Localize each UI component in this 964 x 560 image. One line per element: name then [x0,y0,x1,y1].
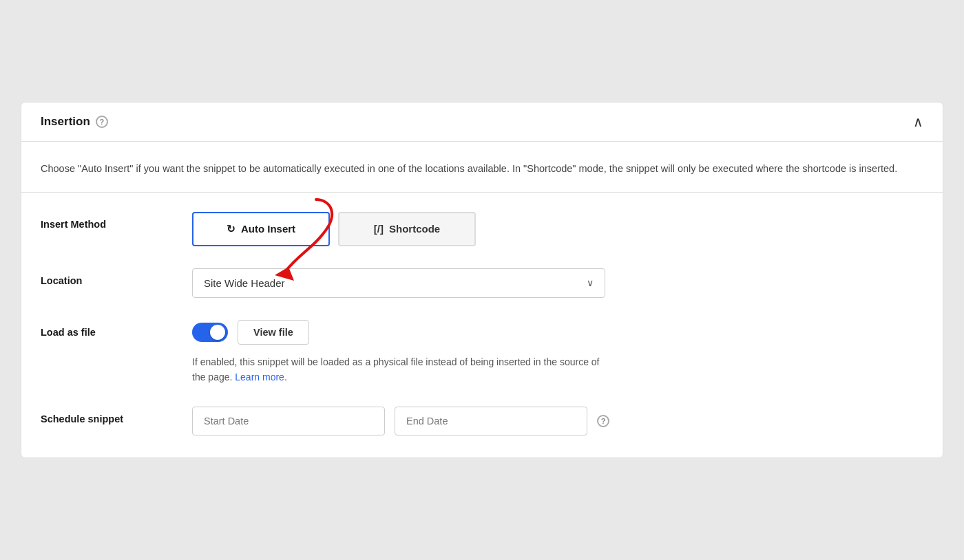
toggle-thumb [210,325,225,340]
schedule-snippet-label: Schedule snippet [41,407,192,424]
location-control: Site Wide Header ∨ [192,268,923,298]
insert-method-controls: ↻ Auto Insert [/] Shortcode [192,212,923,246]
insert-method-label: Insert Method [41,212,192,230]
shortcode-button[interactable]: [/] Shortcode [338,212,476,246]
load-as-file-label: Load as file [41,320,192,338]
card-description: Choose "Auto Insert" if you want the sni… [21,142,943,193]
shortcode-icon: [/] [374,223,384,235]
insert-method-row: Insert Method ↻ Auto Insert [/] Shortcod… [41,212,923,246]
schedule-help-icon[interactable]: ? [597,415,609,427]
collapse-icon[interactable]: ∧ [913,115,923,129]
title-help-icon[interactable]: ? [96,116,108,128]
schedule-snippet-row: Schedule snippet ? [41,407,923,435]
load-as-file-description: If enabled, this snippet will be loaded … [192,354,605,385]
toggle-track [192,323,228,342]
card-title-group: Insertion ? [41,115,108,129]
auto-insert-label: Auto Insert [241,223,295,235]
learn-more-link[interactable]: Learn more [235,371,284,383]
card-body: Insert Method ↻ Auto Insert [/] Shortcod… [21,193,943,458]
insertion-card: Insertion ? ∧ Choose "Auto Insert" if yo… [21,102,943,459]
view-file-button[interactable]: View file [238,320,309,345]
auto-insert-icon: ↻ [227,223,235,235]
dropdown-arrow-icon: ∨ [587,277,594,288]
load-as-file-controls-group: View file [192,320,923,345]
auto-insert-button[interactable]: ↻ Auto Insert [192,212,330,246]
card-title: Insertion [41,115,90,129]
location-value: Site Wide Header [204,277,285,289]
end-date-input[interactable] [395,407,587,435]
load-as-file-row: Load as file View file If enabled, this … [41,320,923,385]
load-as-file-control: View file If enabled, this snippet will … [192,320,923,385]
card-header: Insertion ? ∧ [21,103,943,142]
schedule-snippet-controls: ? [192,407,923,435]
start-date-input[interactable] [192,407,385,435]
load-as-file-toggle[interactable] [192,323,228,342]
location-dropdown[interactable]: Site Wide Header ∨ [192,268,605,298]
shortcode-label: Shortcode [389,223,440,235]
location-row: Location Site Wide Header ∨ [41,268,923,298]
location-label: Location [41,268,192,286]
